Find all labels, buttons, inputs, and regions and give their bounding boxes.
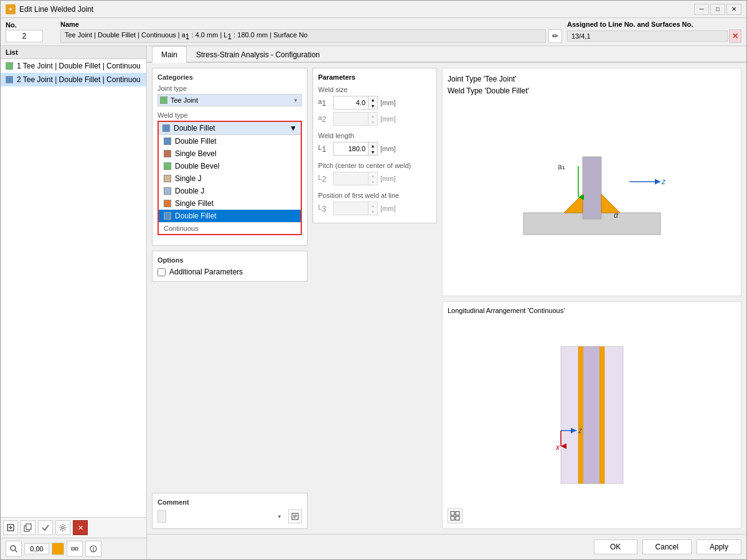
svg-rect-34 — [451, 511, 454, 515]
bottom-viz-title: Longitudinal Arrangement 'Continuous' — [448, 307, 565, 314]
svg-marker-19 — [564, 194, 583, 213]
param-l2-label: L2 — [318, 174, 331, 184]
weld-color-7 — [164, 212, 171, 220]
param-l2-unit: [mm] — [380, 175, 395, 182]
toolbar-new-button[interactable] — [3, 520, 18, 535]
toolbar-check-button[interactable] — [38, 520, 53, 535]
main-window: ✦ Edit Line Welded Joint ─ □ ✕ No. 2 Nam… — [0, 0, 747, 560]
comment-section: Comment — [152, 493, 308, 529]
list-header: List — [1, 46, 146, 59]
param-l1-down[interactable]: ▼ — [369, 149, 377, 155]
param-l2-down: ▼ — [369, 179, 377, 185]
title-bar-left: ✦ Edit Line Welded Joint — [6, 4, 93, 14]
maximize-button[interactable]: □ — [710, 4, 725, 15]
viz-bottom-icon[interactable] — [448, 508, 463, 523]
param-a1-label: a1 — [318, 98, 331, 108]
weld-type-name-7: Double Fillet — [175, 212, 217, 220]
joint-type-wrapper: Tee Joint — [157, 94, 302, 106]
param-a1-input-group[interactable]: ▲ ▼ — [333, 96, 378, 110]
param-l1-input-group[interactable]: ▲ ▼ — [333, 142, 378, 156]
param-a2-input-group: ▲ ▼ — [333, 112, 378, 126]
longitudinal-svg: z x — [486, 328, 698, 502]
tab-main[interactable]: Main — [152, 46, 187, 63]
comment-select[interactable] — [157, 510, 166, 523]
weld-type-item-3[interactable]: Double Bevel — [159, 160, 301, 172]
tab-stress[interactable]: Stress-Strain Analysis - Configuration — [187, 46, 329, 63]
minimize-button[interactable]: ─ — [694, 4, 709, 15]
assigned-clear-button[interactable]: ✕ — [729, 29, 741, 43]
param-a2-up: ▲ — [369, 113, 377, 119]
weld-color-1 — [164, 138, 171, 145]
svg-rect-9 — [75, 548, 78, 550]
bottom-search-button[interactable] — [6, 541, 22, 557]
action-buttons: OK Cancel Apply — [147, 534, 746, 559]
list-item-selected[interactable]: 2 Tee Joint | Double Fillet | Continuou — [1, 73, 146, 86]
param-a1-up[interactable]: ▲ — [369, 96, 377, 103]
weld-type-item-4[interactable]: Single J — [159, 172, 301, 185]
additional-params-checkbox[interactable] — [157, 268, 166, 276]
bottom-info-button[interactable]: i — [85, 541, 101, 557]
assigned-section: Assigned to Line No. and Surfaces No. 13… — [567, 21, 741, 43]
weld-type-item-6[interactable]: Single Fillet — [159, 197, 301, 210]
comment-edit-button[interactable] — [288, 510, 302, 523]
param-a1-row: a1 ▲ ▼ [mm] — [318, 96, 431, 110]
app-icon: ✦ — [6, 4, 16, 14]
param-a1-down[interactable]: ▼ — [369, 103, 377, 109]
param-l1-input[interactable] — [334, 144, 368, 154]
weld-type-item-7[interactable]: Double Fillet — [159, 210, 301, 222]
list-item[interactable]: 1 Tee Joint | Double Fillet | Continuou — [1, 59, 146, 73]
assigned-value: 13/4,1 — [567, 30, 728, 42]
ok-button[interactable]: OK — [594, 539, 637, 554]
weld-type-name-5: Double J — [175, 187, 204, 195]
joint-type-select[interactable]: Tee Joint — [157, 94, 302, 106]
no-section: No. 2 — [6, 21, 55, 42]
apply-button[interactable]: Apply — [697, 539, 741, 554]
svg-rect-37 — [456, 516, 459, 520]
title-bar: ✦ Edit Line Welded Joint ─ □ ✕ — [1, 1, 746, 18]
svg-marker-20 — [601, 194, 620, 213]
param-l1-up[interactable]: ▲ — [369, 142, 377, 149]
param-l1-row: L1 ▲ ▼ [mm] — [318, 142, 431, 156]
content-area: Main Stress-Strain Analysis - Configurat… — [147, 46, 746, 559]
name-section: Name Tee Joint | Double Fillet | Continu… — [60, 21, 562, 43]
param-l1-spin: ▲ ▼ — [368, 142, 377, 155]
svg-rect-36 — [451, 516, 454, 520]
weld-color-3 — [164, 162, 171, 170]
param-a2-down: ▼ — [369, 119, 377, 125]
param-l2-row: L2 ▲ ▼ [mm] — [318, 172, 431, 185]
svg-rect-4 — [26, 524, 31, 530]
bottom-transform-button[interactable] — [67, 541, 83, 557]
param-l3-input-group: ▲ ▼ — [333, 202, 378, 215]
toolbar-settings-button[interactable] — [55, 520, 70, 535]
weld-type-name-4: Single J — [175, 174, 202, 183]
number-field[interactable]: 0,00 — [24, 543, 49, 554]
close-button[interactable]: ✕ — [726, 4, 741, 15]
toolbar-copy-button[interactable] — [21, 520, 35, 535]
weld-type-item-2[interactable]: Single Bevel — [159, 147, 301, 160]
top-viz-line2: Weld Type 'Double Fillet' — [448, 85, 529, 97]
param-l2-input — [334, 174, 368, 184]
categories-section: Categories Joint type Tee Joint — [152, 68, 308, 246]
param-a1-input[interactable] — [334, 98, 368, 108]
param-l3-unit: [mm] — [380, 205, 395, 212]
param-l1-unit: [mm] — [380, 145, 395, 152]
param-l2-up: ▲ — [369, 172, 377, 179]
param-a2-input — [334, 114, 368, 124]
color-square[interactable] — [52, 543, 64, 555]
svg-rect-35 — [456, 511, 459, 515]
toolbar-delete-button[interactable]: ✕ — [73, 520, 88, 535]
weld-type-item-5[interactable]: Double J — [159, 185, 301, 197]
name-edit-button[interactable]: ✏ — [548, 29, 562, 43]
weld-type-header-color — [162, 124, 170, 132]
weld-type-header[interactable]: Double Fillet ▼ — [159, 122, 301, 135]
svg-text:a₁: a₁ — [558, 162, 565, 171]
cancel-button[interactable]: Cancel — [642, 539, 692, 554]
comment-row — [157, 510, 302, 523]
weld-type-item-1[interactable]: Double Fillet — [159, 135, 301, 147]
list-item-color-1 — [6, 62, 13, 70]
weld-type-name-3: Double Bevel — [175, 162, 219, 170]
param-l3-down: ▼ — [369, 208, 377, 215]
weld-type-dropdown: Double Fillet Single Bevel Double Bevel — [159, 135, 301, 222]
joint-type-group: Joint type Tee Joint — [157, 85, 302, 106]
weld-type-header-text: Double Fillet — [174, 124, 215, 133]
